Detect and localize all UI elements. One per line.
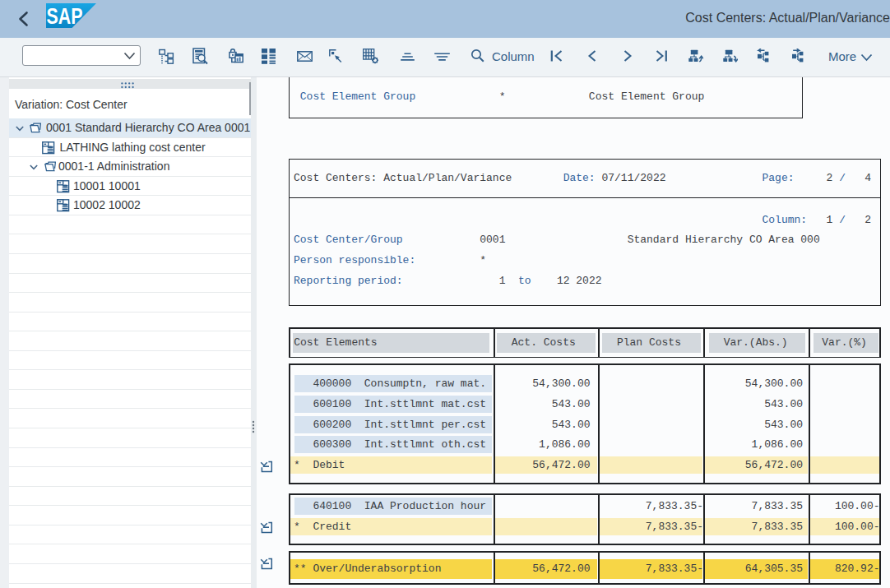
svg-text:SAP: SAP [47,4,83,29]
